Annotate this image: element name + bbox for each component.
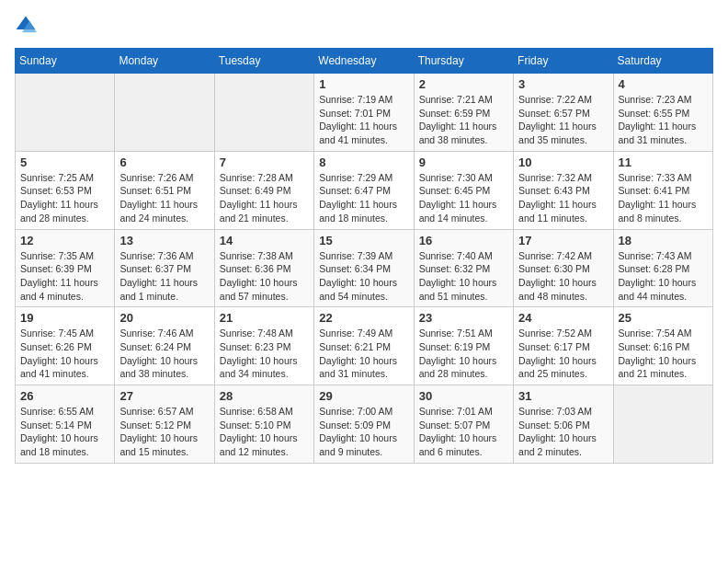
day-header-friday: Friday [514, 49, 613, 74]
calendar-cell: 5Sunrise: 7:25 AM Sunset: 6:53 PM Daylig… [16, 151, 115, 229]
calendar-cell: 31Sunrise: 7:03 AM Sunset: 5:06 PM Dayli… [514, 385, 613, 464]
day-info: Sunrise: 7:25 AM Sunset: 6:53 PM Dayligh… [20, 171, 109, 225]
calendar-cell: 6Sunrise: 7:26 AM Sunset: 6:51 PM Daylig… [115, 151, 214, 229]
day-number: 9 [419, 155, 508, 169]
calendar-cell: 16Sunrise: 7:40 AM Sunset: 6:32 PM Dayli… [414, 229, 513, 307]
day-number: 5 [20, 155, 109, 169]
day-header-thursday: Thursday [414, 49, 513, 74]
day-header-sunday: Sunday [16, 49, 115, 74]
day-info: Sunrise: 7:39 AM Sunset: 6:34 PM Dayligh… [319, 249, 408, 304]
day-header-saturday: Saturday [613, 49, 712, 74]
calendar-cell: 12Sunrise: 7:35 AM Sunset: 6:39 PM Dayli… [16, 229, 115, 307]
day-info: Sunrise: 7:49 AM Sunset: 6:21 PM Dayligh… [319, 327, 408, 381]
day-info: Sunrise: 7:33 AM Sunset: 6:41 PM Dayligh… [619, 171, 708, 225]
calendar-cell: 4Sunrise: 7:23 AM Sunset: 6:55 PM Daylig… [613, 74, 712, 152]
day-info: Sunrise: 7:46 AM Sunset: 6:24 PM Dayligh… [119, 327, 209, 381]
calendar-cell: 10Sunrise: 7:32 AM Sunset: 6:43 PM Dayli… [514, 151, 613, 229]
day-number: 25 [619, 311, 708, 325]
calendar-cell: 15Sunrise: 7:39 AM Sunset: 6:34 PM Dayli… [314, 229, 414, 307]
day-number: 23 [419, 311, 508, 325]
day-number: 12 [20, 234, 109, 247]
day-header-monday: Monday [115, 49, 214, 74]
day-info: Sunrise: 7:51 AM Sunset: 6:19 PM Dayligh… [419, 327, 508, 381]
day-info: Sunrise: 7:43 AM Sunset: 6:28 PM Dayligh… [619, 249, 708, 304]
day-info: Sunrise: 7:36 AM Sunset: 6:37 PM Dayligh… [119, 249, 209, 304]
day-header-wednesday: Wednesday [314, 49, 414, 74]
day-info: Sunrise: 7:26 AM Sunset: 6:51 PM Dayligh… [119, 171, 209, 225]
day-info: Sunrise: 7:21 AM Sunset: 6:59 PM Dayligh… [419, 93, 508, 147]
calendar-cell: 7Sunrise: 7:28 AM Sunset: 6:49 PM Daylig… [214, 151, 313, 229]
calendar-cell: 11Sunrise: 7:33 AM Sunset: 6:41 PM Dayli… [613, 151, 712, 229]
day-info: Sunrise: 6:55 AM Sunset: 5:14 PM Dayligh… [20, 405, 109, 459]
day-number: 6 [119, 155, 209, 169]
calendar-cell: 23Sunrise: 7:51 AM Sunset: 6:19 PM Dayli… [414, 307, 513, 385]
calendar-week-row: 26Sunrise: 6:55 AM Sunset: 5:14 PM Dayli… [16, 385, 713, 464]
day-info: Sunrise: 7:30 AM Sunset: 6:45 PM Dayligh… [419, 171, 508, 225]
day-number: 14 [220, 234, 309, 247]
calendar-table: SundayMondayTuesdayWednesdayThursdayFrid… [15, 48, 713, 464]
calendar-cell: 28Sunrise: 6:58 AM Sunset: 5:10 PM Dayli… [214, 385, 313, 464]
day-number: 28 [220, 389, 309, 403]
day-number: 31 [518, 389, 608, 403]
day-number: 21 [220, 311, 309, 325]
calendar-cell: 29Sunrise: 7:00 AM Sunset: 5:09 PM Dayli… [314, 385, 414, 464]
calendar-cell: 24Sunrise: 7:52 AM Sunset: 6:17 PM Dayli… [514, 307, 613, 385]
day-info: Sunrise: 7:40 AM Sunset: 6:32 PM Dayligh… [419, 249, 508, 304]
day-info: Sunrise: 7:35 AM Sunset: 6:39 PM Dayligh… [20, 249, 109, 304]
day-number: 3 [518, 77, 608, 91]
day-info: Sunrise: 6:58 AM Sunset: 5:10 PM Dayligh… [220, 405, 309, 459]
day-number: 16 [419, 234, 508, 247]
day-header-tuesday: Tuesday [214, 49, 313, 74]
day-number: 4 [619, 77, 708, 91]
logo-icon [15, 15, 37, 37]
day-number: 26 [20, 389, 109, 403]
calendar-header-row: SundayMondayTuesdayWednesdayThursdayFrid… [16, 49, 713, 74]
day-info: Sunrise: 7:52 AM Sunset: 6:17 PM Dayligh… [518, 327, 608, 381]
calendar-cell: 13Sunrise: 7:36 AM Sunset: 6:37 PM Dayli… [115, 229, 214, 307]
calendar-week-row: 1Sunrise: 7:19 AM Sunset: 7:01 PM Daylig… [16, 74, 713, 152]
day-number: 24 [518, 311, 608, 325]
calendar-cell: 8Sunrise: 7:29 AM Sunset: 6:47 PM Daylig… [314, 151, 414, 229]
day-info: Sunrise: 7:42 AM Sunset: 6:30 PM Dayligh… [518, 249, 608, 304]
day-info: Sunrise: 7:03 AM Sunset: 5:06 PM Dayligh… [518, 405, 608, 459]
calendar-cell: 30Sunrise: 7:01 AM Sunset: 5:07 PM Dayli… [414, 385, 513, 464]
calendar-cell: 25Sunrise: 7:54 AM Sunset: 6:16 PM Dayli… [613, 307, 712, 385]
day-info: Sunrise: 7:22 AM Sunset: 6:57 PM Dayligh… [518, 93, 608, 147]
calendar-cell: 3Sunrise: 7:22 AM Sunset: 6:57 PM Daylig… [514, 74, 613, 152]
calendar-week-row: 5Sunrise: 7:25 AM Sunset: 6:53 PM Daylig… [16, 151, 713, 229]
day-number: 1 [319, 77, 408, 91]
calendar-cell [613, 385, 712, 464]
day-info: Sunrise: 7:48 AM Sunset: 6:23 PM Dayligh… [220, 327, 309, 381]
day-info: Sunrise: 7:38 AM Sunset: 6:36 PM Dayligh… [220, 249, 309, 304]
day-number: 22 [319, 311, 408, 325]
logo [15, 15, 40, 37]
page-header [15, 15, 713, 37]
day-number: 7 [220, 155, 309, 169]
day-number: 17 [518, 234, 608, 247]
calendar-cell [214, 74, 313, 152]
calendar-cell: 9Sunrise: 7:30 AM Sunset: 6:45 PM Daylig… [414, 151, 513, 229]
calendar-week-row: 19Sunrise: 7:45 AM Sunset: 6:26 PM Dayli… [16, 307, 713, 385]
day-number: 19 [20, 311, 109, 325]
day-info: Sunrise: 7:19 AM Sunset: 7:01 PM Dayligh… [319, 93, 408, 147]
day-number: 29 [319, 389, 408, 403]
day-number: 13 [119, 234, 209, 247]
day-info: Sunrise: 7:45 AM Sunset: 6:26 PM Dayligh… [20, 327, 109, 381]
calendar-cell [16, 74, 115, 152]
calendar-cell: 18Sunrise: 7:43 AM Sunset: 6:28 PM Dayli… [613, 229, 712, 307]
calendar-cell: 17Sunrise: 7:42 AM Sunset: 6:30 PM Dayli… [514, 229, 613, 307]
day-number: 27 [119, 389, 209, 403]
day-number: 15 [319, 234, 408, 247]
day-number: 11 [619, 155, 708, 169]
day-info: Sunrise: 7:54 AM Sunset: 6:16 PM Dayligh… [619, 327, 708, 381]
day-number: 20 [119, 311, 209, 325]
day-info: Sunrise: 7:29 AM Sunset: 6:47 PM Dayligh… [319, 171, 408, 225]
day-info: Sunrise: 7:00 AM Sunset: 5:09 PM Dayligh… [319, 405, 408, 459]
calendar-cell: 22Sunrise: 7:49 AM Sunset: 6:21 PM Dayli… [314, 307, 414, 385]
calendar-week-row: 12Sunrise: 7:35 AM Sunset: 6:39 PM Dayli… [16, 229, 713, 307]
day-info: Sunrise: 7:23 AM Sunset: 6:55 PM Dayligh… [619, 93, 708, 147]
day-number: 10 [518, 155, 608, 169]
calendar-cell: 2Sunrise: 7:21 AM Sunset: 6:59 PM Daylig… [414, 74, 513, 152]
calendar-cell [115, 74, 214, 152]
calendar-cell: 20Sunrise: 7:46 AM Sunset: 6:24 PM Dayli… [115, 307, 214, 385]
